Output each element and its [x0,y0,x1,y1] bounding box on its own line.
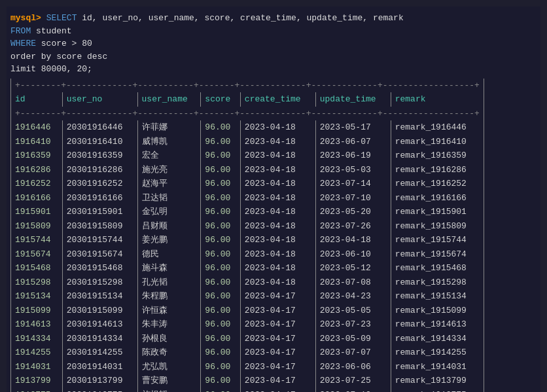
cell-row16-col2: 陈政奇 [137,346,201,360]
cell-row10-col1: 20301915468 [62,261,137,276]
cell-row11-col3: 96.00 [201,276,240,290]
cell-row17-col3: 96.00 [201,360,240,374]
cell-row13-col5: 2023-05-05 [315,304,391,318]
cell-row8-col5: 2023-04-18 [315,233,391,247]
cell-row19-col1: 20301913775 [62,388,137,393]
cell-row19-col2: 施根韬 [137,388,201,393]
cell-row10-col5: 2023-05-12 [315,261,391,276]
cell-row9-col1: 20301915674 [62,247,137,262]
table-row: 191567420301915674德民96.002023-04-182023-… [11,247,484,262]
cell-row7-col0: 1915809 [11,219,63,234]
table-row: 191379920301913799曹安鹏96.002023-04-172023… [11,374,484,388]
cell-row10-col0: 1915468 [11,261,63,276]
cell-row9-col5: 2023-06-10 [315,247,391,262]
sql-query: mysql> SELECT id, user_no, user_name, sc… [10,12,537,76]
cell-row12-col0: 1915134 [11,289,63,304]
cell-row1-col4: 2023-04-18 [240,135,315,149]
cell-row1-col5: 2023-06-07 [315,135,391,149]
cell-row19-col0: 1913775 [11,388,63,393]
table-row: 191574420301915744姜光鹏96.002023-04-182023… [11,233,484,247]
mysql-prompt: mysql> [10,13,41,23]
cell-row4-col6: remark_1916252 [391,177,484,191]
cell-row8-col3: 96.00 [201,233,240,247]
cell-row5-col6: remark_1916166 [391,191,484,205]
cell-row17-col5: 2023-06-06 [315,360,391,374]
cell-row1-col1: 20301916410 [62,135,137,149]
cell-row2-col0: 1916359 [11,149,63,163]
top-divider: +--------+-------------+-----------+----… [11,79,484,93]
cell-row7-col1: 20301915809 [62,219,137,234]
cell-row16-col4: 2023-04-17 [240,346,315,360]
table-row: 191616620301916166卫达韬96.002023-04-182023… [11,191,484,205]
cell-row0-col6: remark_1916446 [391,120,484,135]
cell-row1-col2: 威博凯 [137,135,201,149]
cell-row6-col6: remark_1915901 [391,205,484,219]
cell-row10-col6: remark_1915468 [391,261,484,276]
cell-row7-col2: 吕财顺 [137,219,201,234]
cell-row13-col0: 1915099 [11,304,63,318]
cell-row11-col1: 20301915298 [62,276,137,290]
table-row: 191641020301916410威博凯96.002023-04-182023… [11,135,484,149]
table-row: 191433420301914334孙根良96.002023-04-172023… [11,332,484,346]
col-header-create-time: create_time [240,92,315,107]
table-row: 191644620301916446许菲娜96.002023-04-182023… [11,120,484,135]
col-header-user-no: user_no [62,92,137,107]
table-row: 191403120301914031尤弘凯96.002023-04-172023… [11,360,484,374]
cell-row15-col0: 1914334 [11,332,63,346]
cell-row11-col4: 2023-04-18 [240,276,315,290]
cell-row0-col5: 2023-05-17 [315,120,391,135]
cell-row13-col2: 许恒森 [137,304,201,318]
cell-row8-col1: 20301915744 [62,233,137,247]
table-header: id user_no user_name score create_time u… [11,92,484,107]
cell-row5-col4: 2023-04-18 [240,191,315,205]
cell-row17-col6: remark_1914031 [391,360,484,374]
cell-row3-col5: 2023-05-03 [315,163,391,177]
cell-row13-col6: remark_1915099 [391,304,484,318]
cell-row14-col2: 朱丰涛 [137,317,201,332]
cell-row18-col3: 96.00 [201,374,240,388]
cell-row13-col3: 96.00 [201,304,240,318]
cell-row8-col4: 2023-04-18 [240,233,315,247]
cell-row5-col3: 96.00 [201,191,240,205]
cell-row2-col1: 20301916359 [62,149,137,163]
cell-row12-col1: 20301915134 [62,289,137,304]
cell-row15-col1: 20301914334 [62,332,137,346]
cell-row5-col0: 1916166 [11,191,63,205]
table-row: 191513420301915134朱程鹏96.002023-04-172023… [11,289,484,304]
cell-row4-col2: 赵海平 [137,177,201,191]
table-row: 191635920301916359宏全96.002023-04-182023-… [11,149,484,163]
cell-row16-col0: 1914255 [11,346,63,360]
cell-row0-col1: 20301916446 [62,120,137,135]
cell-row4-col3: 96.00 [201,177,240,191]
cell-row16-col6: remark_1914255 [391,346,484,360]
cell-row3-col6: remark_1916286 [391,163,484,177]
cell-row0-col3: 96.00 [201,120,240,135]
table-row: 191425520301914255陈政奇96.002023-04-172023… [11,346,484,360]
cell-row12-col4: 2023-04-17 [240,289,315,304]
cell-row1-col0: 1916410 [11,135,63,149]
terminal: mysql> SELECT id, user_no, user_name, sc… [7,7,540,392]
cell-row10-col4: 2023-04-18 [240,261,315,276]
cell-row7-col5: 2023-07-26 [315,219,391,234]
cell-row19-col6: remark_1913775 [391,388,484,393]
table-row: 191628620301916286施光亮96.002023-04-182023… [11,163,484,177]
cell-row18-col6: remark_1913799 [391,374,484,388]
cell-row12-col6: remark_1915134 [391,289,484,304]
cell-row13-col4: 2023-04-17 [240,304,315,318]
cell-row14-col0: 1914613 [11,317,63,332]
cell-row15-col4: 2023-04-17 [240,332,315,346]
cell-row14-col4: 2023-04-17 [240,317,315,332]
cell-row18-col4: 2023-04-17 [240,374,315,388]
cell-row13-col1: 20301915099 [62,304,137,318]
cell-row4-col5: 2023-07-14 [315,177,391,191]
cell-row15-col3: 96.00 [201,332,240,346]
cell-row2-col3: 96.00 [201,149,240,163]
cell-row11-col5: 2023-07-08 [315,276,391,290]
cell-row3-col4: 2023-04-18 [240,163,315,177]
cell-row9-col6: remark_1915674 [391,247,484,262]
col-header-remark: remark [391,92,484,107]
cell-row5-col1: 20301916166 [62,191,137,205]
cell-row8-col2: 姜光鹏 [137,233,201,247]
cell-row3-col1: 20301916286 [62,163,137,177]
cell-row2-col6: remark_1916359 [391,149,484,163]
